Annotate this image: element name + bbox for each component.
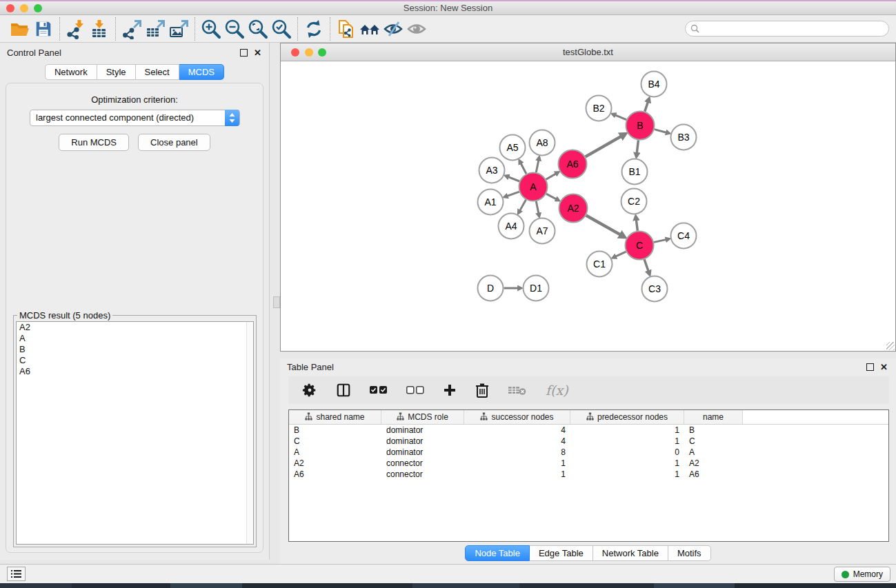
window-minimize-button[interactable] xyxy=(20,4,28,12)
function-builder-icon[interactable]: f(x) xyxy=(546,383,568,398)
show-all-icon[interactable] xyxy=(405,18,428,40)
cell-predecessor-nodes[interactable]: 1 xyxy=(570,469,684,480)
cell-mcds-role[interactable]: dominator xyxy=(381,447,464,458)
edge-B-B1[interactable] xyxy=(637,140,638,154)
open-file-icon[interactable] xyxy=(8,18,32,40)
cell-shared-name[interactable]: A6 xyxy=(289,469,381,480)
table-row[interactable]: Adominator80A xyxy=(289,447,888,458)
cell-successor-nodes[interactable]: 8 xyxy=(464,447,570,458)
tab-mcds[interactable]: MCDS xyxy=(179,64,224,80)
table-row[interactable]: A2connector11A2 xyxy=(289,458,888,469)
tab-style[interactable]: Style xyxy=(97,64,136,80)
cell-predecessor-nodes[interactable]: 0 xyxy=(570,447,684,458)
cell-shared-name[interactable]: C xyxy=(289,436,381,447)
edge-A-A7[interactable] xyxy=(536,201,539,214)
table-row[interactable]: A6connector11A6 xyxy=(289,469,888,480)
close-panel-icon[interactable]: ✕ xyxy=(254,48,261,57)
window-zoom-button[interactable] xyxy=(34,4,42,12)
result-item[interactable]: A6 xyxy=(17,366,253,377)
network-minimize-button[interactable] xyxy=(305,48,313,57)
zoom-in-icon[interactable] xyxy=(199,18,223,40)
cell-name[interactable]: A6 xyxy=(684,469,743,480)
cell-shared-name[interactable]: B xyxy=(289,425,381,436)
delete-table-icon[interactable] xyxy=(508,385,527,396)
cell-successor-nodes[interactable]: 4 xyxy=(464,436,570,447)
cell-name[interactable]: A2 xyxy=(684,458,743,469)
tab-node-table[interactable]: Node Table xyxy=(465,545,530,561)
tab-motifs[interactable]: Motifs xyxy=(668,545,711,561)
show-columns-icon[interactable] xyxy=(336,383,351,398)
cell-shared-name[interactable]: A xyxy=(289,447,381,458)
hide-selected-icon[interactable] xyxy=(381,18,405,40)
table-row[interactable]: Bdominator41B xyxy=(289,425,888,436)
column-header-shared-name[interactable]: shared name xyxy=(289,410,381,424)
run-mcds-button[interactable]: Run MCDS xyxy=(59,134,129,151)
export-table-icon[interactable] xyxy=(143,18,167,40)
delete-row-icon[interactable] xyxy=(475,383,489,398)
result-item[interactable]: B xyxy=(17,344,253,355)
network-close-button[interactable] xyxy=(291,48,299,57)
tab-edge-table[interactable]: Edge Table xyxy=(530,545,593,561)
cell-shared-name[interactable]: A2 xyxy=(289,458,381,469)
column-header-mcds-role[interactable]: MCDS role xyxy=(381,410,464,424)
memory-button[interactable]: Memory xyxy=(834,567,890,582)
cell-name[interactable]: C xyxy=(684,436,743,447)
new-network-from-selection-icon[interactable] xyxy=(335,18,358,40)
export-network-icon[interactable] xyxy=(120,18,143,40)
column-header-successor-nodes[interactable]: successor nodes xyxy=(464,410,570,424)
network-window-titlebar[interactable]: testGlobe.txt xyxy=(281,43,895,61)
task-history-button[interactable] xyxy=(7,567,26,581)
table-row[interactable]: Cdominator41C xyxy=(289,436,888,447)
cell-predecessor-nodes[interactable]: 1 xyxy=(570,425,684,436)
network-zoom-button[interactable] xyxy=(318,48,326,57)
edge-C-C4[interactable] xyxy=(654,239,666,242)
cell-name[interactable]: B xyxy=(684,425,743,436)
edge-B-B3[interactable] xyxy=(655,130,667,133)
result-item[interactable]: C xyxy=(17,355,253,366)
zoom-out-icon[interactable] xyxy=(223,18,246,40)
zoom-fit-icon[interactable] xyxy=(246,18,270,40)
settings-gear-icon[interactable] xyxy=(302,383,317,398)
cell-predecessor-nodes[interactable]: 1 xyxy=(570,436,684,447)
zoom-selected-icon[interactable] xyxy=(270,18,293,40)
close-panel-button[interactable]: Close panel xyxy=(138,134,210,151)
edge-A6-B[interactable] xyxy=(586,136,622,156)
cell-successor-nodes[interactable]: 4 xyxy=(464,425,570,436)
tab-network-table[interactable]: Network Table xyxy=(593,545,668,561)
select-all-icon[interactable] xyxy=(370,386,388,395)
result-item[interactable]: A xyxy=(17,333,253,344)
search-input[interactable] xyxy=(685,21,889,37)
edge-B-B2[interactable] xyxy=(615,115,626,120)
node-table[interactable]: shared nameMCDS rolesuccessor nodesprede… xyxy=(288,409,889,542)
edge-A-A8[interactable] xyxy=(536,160,539,172)
column-header-name[interactable]: name xyxy=(684,410,743,424)
cell-name[interactable]: A xyxy=(684,447,743,458)
cell-mcds-role[interactable]: connector xyxy=(381,469,464,480)
panel-splitter-handle[interactable] xyxy=(273,296,280,308)
window-resize-grip[interactable] xyxy=(886,342,895,350)
result-item[interactable]: A2 xyxy=(17,322,253,333)
window-close-button[interactable] xyxy=(6,4,14,12)
edge-C-C3[interactable] xyxy=(644,259,648,272)
column-header-predecessor-nodes[interactable]: predecessor nodes xyxy=(570,410,684,424)
edge-A-A5[interactable] xyxy=(521,163,526,174)
tab-network[interactable]: Network xyxy=(45,64,97,80)
result-list-scrollbar[interactable] xyxy=(246,322,253,544)
refresh-view-icon[interactable] xyxy=(302,18,326,40)
export-image-icon[interactable] xyxy=(167,18,190,40)
edge-A-A2[interactable] xyxy=(546,194,557,199)
mcds-result-list[interactable]: A2ABCA6 xyxy=(16,321,254,545)
edge-C-C2[interactable] xyxy=(636,219,637,231)
cell-mcds-role[interactable]: connector xyxy=(381,458,464,469)
criterion-select[interactable]: largest connected component (directed) xyxy=(30,110,240,126)
deselect-all-icon[interactable] xyxy=(406,386,424,395)
cell-successor-nodes[interactable]: 1 xyxy=(464,458,570,469)
import-network-icon[interactable] xyxy=(64,18,88,40)
tab-select[interactable]: Select xyxy=(136,64,179,80)
cell-successor-nodes[interactable]: 1 xyxy=(464,469,570,480)
edge-A-A3[interactable] xyxy=(508,176,519,181)
edge-A-A6[interactable] xyxy=(546,174,557,180)
cell-mcds-role[interactable]: dominator xyxy=(381,436,464,447)
float-panel-icon[interactable] xyxy=(240,49,248,57)
cell-mcds-role[interactable]: dominator xyxy=(381,425,464,436)
